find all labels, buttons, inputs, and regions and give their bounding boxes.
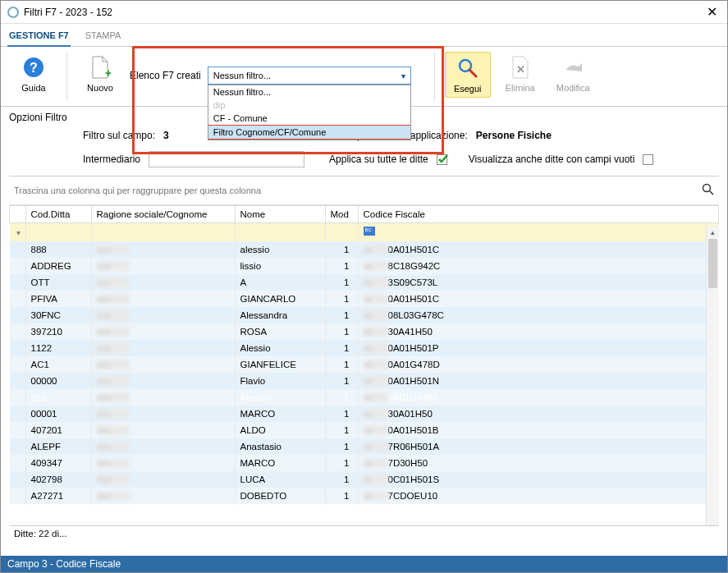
nuovo-label: Nuovo — [87, 83, 113, 93]
filter-row[interactable]: ▾ — [10, 223, 719, 241]
col-header-nome[interactable]: Nome — [235, 206, 325, 223]
table-row[interactable]: ADDREGxxxlissio1xx8C18G942C — [10, 258, 719, 274]
app-icon — [7, 7, 19, 18]
svg-point-6 — [703, 185, 711, 192]
group-by-bar[interactable]: Trascina una colonna qui per raggruppare… — [9, 176, 719, 205]
new-file-icon: + — [88, 55, 112, 80]
filtro-campo-label: Filtro sul campo: — [83, 130, 155, 141]
redo-icon — [561, 55, 585, 80]
svg-line-7 — [710, 191, 714, 195]
table-row[interactable]: 402798xxxLUCA1xx0C01H501S — [10, 471, 719, 488]
col-header-mod[interactable]: Mod — [325, 206, 358, 223]
table-row[interactable]: 152xxxAlessio1xx0A01G478K — [10, 389, 719, 406]
applicazione-value: Persone Fisiche — [476, 130, 552, 141]
indicator-col — [10, 206, 26, 223]
dropdown-item[interactable]: dip — [208, 99, 410, 112]
esegui-label: Esegui — [454, 84, 482, 94]
scroll-up-icon[interactable]: ▴ — [707, 226, 719, 239]
dropdown-item[interactable]: Nessun filtro... — [208, 85, 410, 99]
visualizza-checkbox[interactable] — [643, 154, 653, 165]
tab-stampa[interactable]: STAMPA — [84, 27, 123, 46]
header-row: Cod.Ditta Ragione sociale/Cognome Nome M… — [10, 206, 719, 223]
svg-text:+: + — [105, 66, 111, 80]
tab-gestione[interactable]: GESTIONE F7 — [7, 27, 71, 47]
svg-line-4 — [469, 70, 476, 76]
elimina-label: Elimina — [506, 83, 535, 93]
search-icon — [456, 56, 480, 80]
table-row[interactable]: OTTxxxA1xx3S09C573L — [10, 274, 719, 291]
dropdown-selected: Nessun filtro... — [213, 71, 271, 80]
applica-label: Applica su tutte le ditte — [329, 154, 428, 165]
applica-checkbox[interactable] — [437, 154, 447, 165]
scroll-thumb[interactable] — [708, 239, 717, 288]
table-row[interactable]: ALEPFxxxAnastasio1xx7R06H501A — [10, 438, 719, 455]
guida-button[interactable]: ? Guida — [11, 52, 57, 96]
visualizza-label: Visualizza anche ditte con campi vuoti — [469, 154, 635, 165]
elimina-button[interactable]: ✕ Elimina — [497, 52, 543, 96]
statusbar: Campo 3 - Codice Fiscale — [1, 556, 727, 572]
table-row[interactable]: PFIVAxxxGIANCARLO1xx0A01H501C — [10, 291, 719, 307]
table-row[interactable]: 30FNCxxxAlessandra1xx08L03G478C — [10, 307, 719, 323]
col-header-cf[interactable]: Codice Fiscale — [358, 206, 719, 223]
close-icon[interactable]: ✕ — [703, 4, 721, 20]
dropdown-list: Nessun filtro... dip CF - Comune Filtro … — [208, 85, 411, 140]
esegui-button[interactable]: Esegui — [445, 52, 491, 98]
vertical-scrollbar[interactable]: ▴ — [706, 226, 719, 525]
intermediario-input[interactable] — [149, 151, 304, 167]
table-row[interactable]: 00001xxxMARCO1xx30A01H50 — [10, 406, 719, 422]
guida-label: Guida — [21, 83, 45, 93]
dropdown-item[interactable]: Filtro Cognome/CF/Comune — [208, 125, 410, 140]
col-header-cod[interactable]: Cod.Ditta — [25, 206, 91, 223]
search-icon[interactable] — [702, 183, 714, 198]
filter-dropdown[interactable]: Nessun filtro... ▾ Nessun filtro... dip … — [208, 66, 411, 85]
grid-area: Trascina una colonna qui per raggruppare… — [9, 176, 719, 541]
group-placeholder: Trascina una colonna qui per raggruppare… — [14, 186, 261, 195]
intermediario-label: Intermediario — [83, 154, 140, 165]
applicazione-label: applicazione: — [410, 130, 468, 141]
table-row[interactable]: 409347xxxMARCO1xx7D30H50 — [10, 455, 719, 471]
filtro-campo-value: 3 — [163, 130, 169, 141]
table-row[interactable]: 888xxxalessio1xx0A01H501C — [10, 241, 719, 258]
nuovo-button[interactable]: + Nuovo — [77, 52, 123, 96]
table-row[interactable]: 00000xxxFlavio1xx0A01H501N — [10, 373, 719, 389]
table-row[interactable]: AC1xxxGIANFELICE1xx0A01G478D — [10, 356, 719, 373]
ribbon: ? Guida + Nuovo Elenco F7 creati Nessun … — [1, 47, 727, 107]
svg-text:✕: ✕ — [515, 63, 524, 76]
delete-file-icon: ✕ — [508, 55, 533, 80]
options-row-2: Intermediario Applica su tutte le ditte … — [1, 149, 727, 169]
table-row[interactable]: 407201xxxALDO1xx0A01H501B — [10, 422, 719, 438]
table-row[interactable]: 1122xxxAlessio1xx0A01H501P — [10, 340, 719, 356]
modifica-label: Modifica — [556, 83, 590, 93]
titlebar: Filtri F7 - 2023 - 152 ✕ — [1, 1, 727, 24]
table-row[interactable]: A27271xxxDOBEDTO1xx7CDOEU10 — [10, 488, 719, 504]
grid-footer: Ditte: 22 di... — [9, 525, 719, 541]
table-row[interactable]: 397210xxxROSA1xx30A41H50 — [10, 323, 719, 340]
filter-flag-icon — [364, 227, 375, 236]
tabstrip: GESTIONE F7 STAMPA — [1, 24, 727, 47]
dropdown-item[interactable]: CF - Comune — [208, 112, 410, 125]
svg-text:?: ? — [30, 61, 38, 75]
window-title: Filtri F7 - 2023 - 152 — [24, 7, 703, 18]
chevron-down-icon: ▾ — [401, 71, 405, 80]
help-icon: ? — [21, 55, 46, 80]
data-grid: Cod.Ditta Ragione sociale/Cognome Nome M… — [9, 205, 719, 525]
col-header-ragione[interactable]: Ragione sociale/Cognome — [91, 206, 235, 223]
modifica-button[interactable]: Modifica — [550, 52, 597, 96]
elenco-label: Elenco F7 creati — [130, 70, 201, 81]
funnel-icon: ▾ — [16, 228, 21, 237]
